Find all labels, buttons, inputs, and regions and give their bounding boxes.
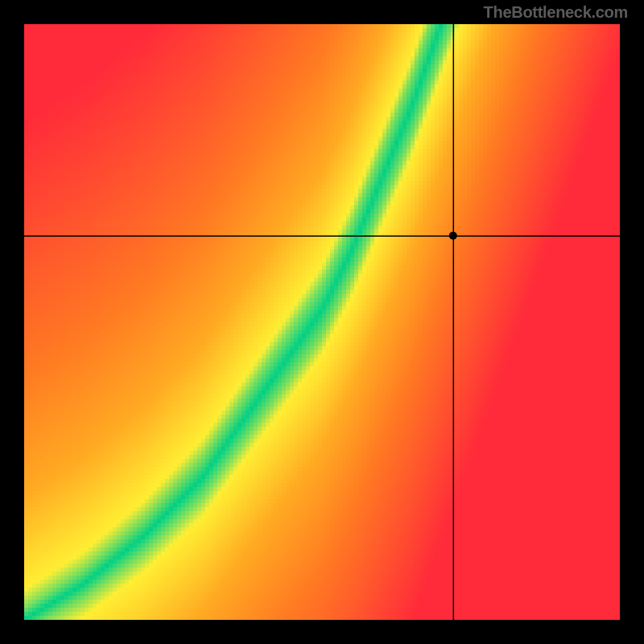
watermark-text: TheBottleneck.com [484,3,628,22]
bottleneck-heatmap [24,24,620,620]
chart-container: TheBottleneck.com [0,0,644,644]
